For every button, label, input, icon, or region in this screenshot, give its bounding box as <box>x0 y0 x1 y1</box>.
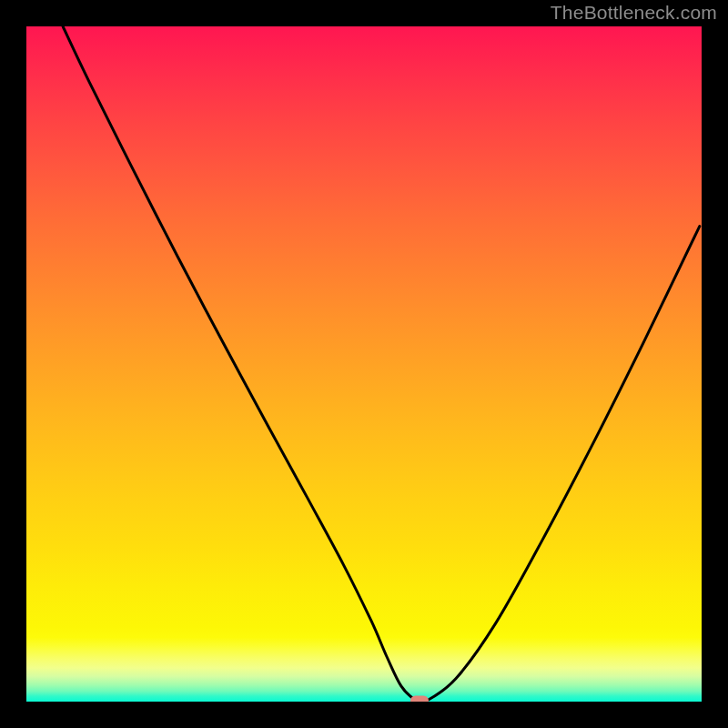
curve-path <box>63 26 700 702</box>
optimal-marker <box>410 695 429 702</box>
chart-frame: TheBottleneck.com <box>0 0 728 728</box>
plot-area <box>26 26 702 702</box>
bottleneck-curve <box>26 26 702 702</box>
watermark-text: TheBottleneck.com <box>551 2 717 24</box>
